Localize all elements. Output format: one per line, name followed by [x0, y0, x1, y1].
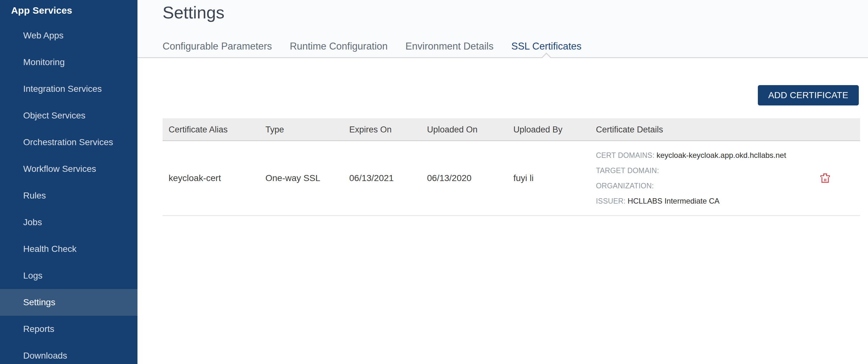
sidebar-header: App Services [0, 0, 137, 16]
column-header-uploaded-on: Uploaded On [421, 125, 507, 135]
app-window: App Services Web Apps Monitoring Integra… [0, 0, 868, 364]
sidebar-item-rules[interactable]: Rules [0, 182, 137, 209]
detail-target-domain-label: TARGET DOMAIN: [596, 166, 659, 175]
ssl-certificates-panel: ADD CERTIFICATE Certificate Alias Type E… [137, 58, 868, 364]
page-title: Settings [162, 0, 868, 22]
detail-cert-domains: CERT DOMAINS: keycloak-keycloak.app.okd.… [596, 148, 790, 163]
cell-uploaded-on: 06/13/2020 [421, 173, 507, 183]
detail-issuer: ISSUER: HCLLABS Intermediate CA [596, 193, 790, 209]
column-header-expires-on: Expires On [343, 125, 421, 135]
sidebar-item-downloads[interactable]: Downloads [0, 342, 137, 364]
cell-actions [790, 173, 860, 184]
delete-certificate-button[interactable] [819, 173, 831, 184]
tab-ssl-certificates-label: SSL Certificates [511, 41, 581, 52]
tab-runtime-configuration[interactable]: Runtime Configuration [290, 36, 388, 57]
settings-tabs: Configurable Parameters Runtime Configur… [162, 36, 582, 57]
detail-issuer-label: ISSUER: [596, 197, 625, 205]
detail-cert-domains-value: keycloak-keycloak.app.okd.hcllabs.net [656, 151, 786, 159]
cell-type: One-way SSL [259, 173, 343, 183]
sidebar-item-integration-services[interactable]: Integration Services [0, 75, 137, 102]
detail-organization-label: ORGANIZATION: [596, 182, 654, 190]
certificates-table: Certificate Alias Type Expires On Upload… [162, 119, 860, 216]
cell-uploaded-by: fuyi li [507, 173, 590, 183]
column-header-certificate-details: Certificate Details [590, 125, 860, 135]
detail-organization: ORGANIZATION: [596, 178, 790, 193]
detail-target-domain: TARGET DOMAIN: [596, 163, 790, 178]
add-certificate-button[interactable]: ADD CERTIFICATE [758, 85, 859, 105]
sidebar-item-reports[interactable]: Reports [0, 316, 137, 342]
cell-expires-on: 06/13/2021 [343, 173, 421, 183]
sidebar-item-settings[interactable]: Settings [0, 289, 137, 316]
sidebar-nav: Web Apps Monitoring Integration Services… [0, 22, 137, 364]
tab-configurable-parameters[interactable]: Configurable Parameters [162, 36, 272, 57]
sidebar-item-health-check[interactable]: Health Check [0, 236, 137, 262]
column-header-type: Type [259, 125, 343, 135]
trash-icon[interactable] [819, 173, 831, 184]
cell-certificate-details: CERT DOMAINS: keycloak-keycloak.app.okd.… [590, 148, 790, 209]
main-area: Settings Configurable Parameters Runtime… [137, 0, 868, 364]
cell-certificate-alias: keycloak-cert [162, 173, 259, 183]
sidebar-item-monitoring[interactable]: Monitoring [0, 49, 137, 75]
sidebar-item-logs[interactable]: Logs [0, 262, 137, 289]
tab-ssl-certificates[interactable]: SSL Certificates [511, 36, 581, 57]
sidebar-item-jobs[interactable]: Jobs [0, 209, 137, 236]
sidebar-item-object-services[interactable]: Object Services [0, 102, 137, 129]
tab-environment-details[interactable]: Environment Details [405, 36, 493, 57]
sidebar: App Services Web Apps Monitoring Integra… [0, 0, 137, 364]
column-header-certificate-alias: Certificate Alias [162, 125, 259, 135]
detail-issuer-value: HCLLABS Intermediate CA [628, 196, 719, 205]
column-header-uploaded-by: Uploaded By [507, 125, 590, 135]
table-row: keycloak-cert One-way SSL 06/13/2021 06/… [162, 141, 860, 216]
detail-cert-domains-label: CERT DOMAINS: [596, 151, 655, 159]
sidebar-item-web-apps[interactable]: Web Apps [0, 22, 137, 49]
table-header-row: Certificate Alias Type Expires On Upload… [162, 119, 860, 141]
sidebar-item-workflow-services[interactable]: Workflow Services [0, 156, 137, 182]
page-header: Settings Configurable Parameters Runtime… [137, 0, 868, 58]
sidebar-item-orchestration-services[interactable]: Orchestration Services [0, 129, 137, 156]
